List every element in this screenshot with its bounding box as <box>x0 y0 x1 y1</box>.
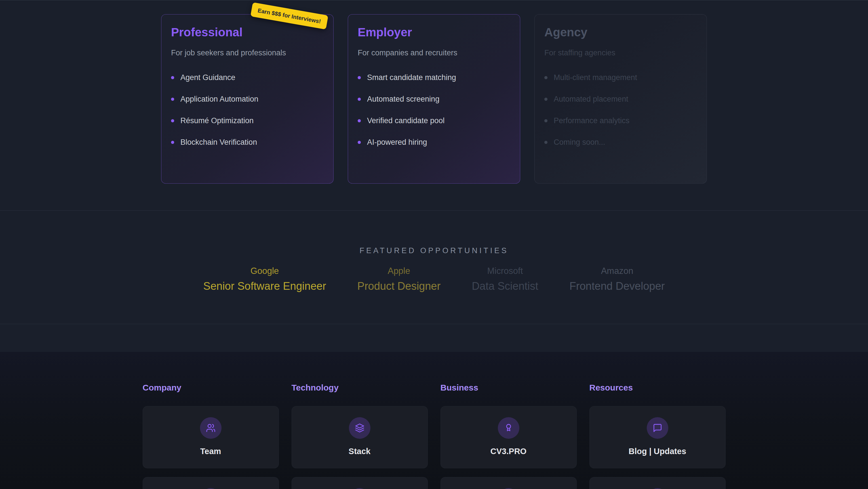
featured-role: Data Scientist <box>472 280 538 293</box>
bullet-dot-icon <box>544 141 548 144</box>
footer-card-label: Team <box>200 447 221 456</box>
pricing-section: Earn $$$ for Interviews! Professional Fo… <box>0 0 868 210</box>
footer-card-blog[interactable]: Blog | Updates <box>589 406 725 468</box>
featured-opportunities-section: FEATURED OPPORTUNITIES Google Senior Sof… <box>0 210 868 324</box>
plan-feature: Smart candidate matching <box>358 73 510 82</box>
plan-feature-label: AI-powered hiring <box>367 138 427 147</box>
bullet-dot-icon <box>544 97 548 101</box>
plan-feature-label: Verified candidate pool <box>367 116 444 125</box>
plan-feature-label: Multi-client management <box>554 73 637 82</box>
footer-column-resources: Resources Blog | Updates <box>589 382 725 489</box>
footer-card-partial[interactable] <box>291 477 428 489</box>
plan-subtitle: For staffing agencies <box>544 48 696 58</box>
plan-feature: Application Automation <box>171 95 323 104</box>
plan-title: Professional <box>171 25 323 39</box>
footer-card-label: Stack <box>349 447 370 456</box>
users-icon <box>200 417 221 439</box>
bullet-dot-icon <box>171 97 174 101</box>
bullet-dot-icon <box>171 76 174 79</box>
plan-feature: Performance analytics <box>544 116 696 125</box>
plan-feature: Verified candidate pool <box>358 116 510 125</box>
featured-carousel: Google Senior Software Engineer Apple Pr… <box>0 266 868 293</box>
featured-company: Microsoft <box>472 266 538 276</box>
footer-card-label: CV3.PRO <box>491 447 526 456</box>
bullet-dot-icon <box>544 76 548 79</box>
bullet-dot-icon <box>358 97 361 101</box>
footer-heading: Technology <box>291 382 428 393</box>
plan-feature: Résumé Optimization <box>171 116 323 125</box>
plan-feature-list: Agent Guidance Application Automation Ré… <box>171 73 323 147</box>
featured-item-google: Google Senior Software Engineer <box>204 266 326 293</box>
plan-subtitle: For job seekers and professionals <box>171 48 323 58</box>
bullet-dot-icon <box>171 119 174 122</box>
featured-item-microsoft: Microsoft Data Scientist <box>472 266 538 293</box>
plan-feature-list: Smart candidate matching Automated scree… <box>358 73 510 147</box>
plan-feature-label: Automated screening <box>367 95 439 104</box>
plan-feature: Multi-client management <box>544 73 696 82</box>
featured-company: Google <box>204 266 326 276</box>
plan-feature-label: Application Automation <box>180 95 258 104</box>
bullet-dot-icon <box>358 119 361 122</box>
plan-feature: Coming soon... <box>544 138 696 147</box>
footer-column-technology: Technology Stack <box>291 382 428 489</box>
plan-subtitle: For companies and recruiters <box>358 48 510 58</box>
featured-item-amazon: Amazon Frontend Developer <box>569 266 665 293</box>
plan-feature-label: Coming soon... <box>554 138 605 147</box>
section-spacer <box>0 324 868 352</box>
featured-role: Product Designer <box>358 280 441 293</box>
featured-company: Apple <box>358 266 441 276</box>
award-icon <box>498 417 519 439</box>
footer-card-partial[interactable] <box>143 477 279 489</box>
plan-feature-label: Smart candidate matching <box>367 73 456 82</box>
bullet-dot-icon <box>358 141 361 144</box>
plan-title: Agency <box>544 25 696 39</box>
plan-card-employer[interactable]: Employer For companies and recruiters Sm… <box>348 14 520 183</box>
plan-feature-label: Agent Guidance <box>180 73 236 82</box>
footer-card-stack[interactable]: Stack <box>291 406 428 468</box>
featured-role: Senior Software Engineer <box>204 280 326 293</box>
bullet-dot-icon <box>358 76 361 79</box>
featured-company: Amazon <box>569 266 665 276</box>
footer-card-team[interactable]: Team <box>143 406 279 468</box>
plan-feature-label: Performance analytics <box>554 116 629 125</box>
plan-feature-label: Blockchain Verification <box>180 138 257 147</box>
plan-feature-list: Multi-client management Automated placem… <box>544 73 696 147</box>
footer-heading: Resources <box>589 382 725 393</box>
footer-heading: Business <box>440 382 577 393</box>
footer-card-partial[interactable] <box>440 477 577 489</box>
layers-icon <box>349 417 370 439</box>
message-bubble-icon <box>647 417 668 439</box>
footer-column-company: Company Team <box>143 382 279 489</box>
plan-card-professional[interactable]: Earn $$$ for Interviews! Professional Fo… <box>161 14 334 183</box>
bullet-dot-icon <box>544 119 548 122</box>
footer-card-partial[interactable] <box>589 477 725 489</box>
plan-card-agency: Agency For staffing agencies Multi-clien… <box>534 14 707 183</box>
footer: Company Team Technology Stack <box>0 352 868 489</box>
footer-heading: Company <box>143 382 279 393</box>
plan-feature: Automated placement <box>544 95 696 104</box>
bullet-dot-icon <box>171 141 174 144</box>
plan-feature-label: Résumé Optimization <box>180 116 254 125</box>
plan-cards-row: Earn $$$ for Interviews! Professional Fo… <box>0 14 868 183</box>
plan-feature: Blockchain Verification <box>171 138 323 147</box>
footer-grid: Company Team Technology Stack <box>143 382 725 489</box>
plan-title: Employer <box>358 25 510 39</box>
footer-card-label: Blog | Updates <box>628 447 686 456</box>
featured-heading: FEATURED OPPORTUNITIES <box>0 246 868 255</box>
footer-column-business: Business CV3.PRO <box>440 382 577 489</box>
plan-feature: Automated screening <box>358 95 510 104</box>
plan-feature-label: Automated placement <box>554 95 628 104</box>
featured-role: Frontend Developer <box>569 280 665 293</box>
plan-feature: AI-powered hiring <box>358 138 510 147</box>
footer-card-cv3pro[interactable]: CV3.PRO <box>440 406 577 468</box>
plan-feature: Agent Guidance <box>171 73 323 82</box>
featured-item-apple: Apple Product Designer <box>358 266 441 293</box>
